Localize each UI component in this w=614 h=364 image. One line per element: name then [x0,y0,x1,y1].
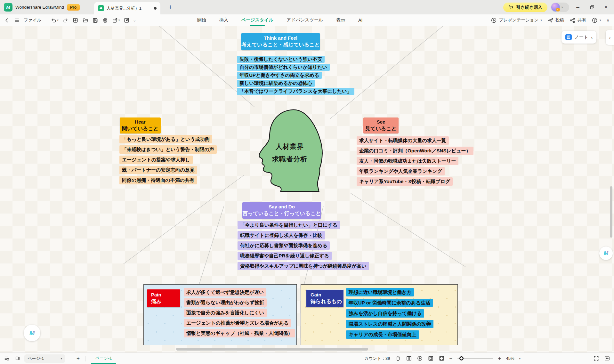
purchase-button[interactable]: 引き続き購入 [503,3,547,12]
empathy-item[interactable]: 「今より良い条件を目指したい」と口にする [238,221,340,229]
page-layout-icon[interactable] [406,355,412,361]
zoom-out-button[interactable]: − [449,355,453,362]
mindmap-canvas[interactable]: 人材業界 求職者分析 Think and Feel 考えていること・感じているこ… [0,26,614,352]
zoom-in-button[interactable]: + [498,355,501,362]
empathy-item[interactable]: 企業の口コミ・評判（OpenWork／SNSレビュー） [357,147,473,155]
post-button[interactable]: 投稿 [547,17,564,23]
empathy-item[interactable]: 「本音ではワークライフバランスを大事にしたい」 [237,88,354,95]
section-pain[interactable]: Pain 痛み [147,289,180,307]
right-panel-toggle[interactable]: ‹ [606,30,614,45]
menu-ai[interactable]: AI [358,14,362,26]
empathy-item[interactable]: エージェントの推薦が希望とズレる場合がある [184,319,291,327]
export-button[interactable]: ▾ [111,17,121,24]
empathy-item[interactable]: エージェントの提案や求人押し [119,156,193,164]
fit-selection-icon[interactable] [428,355,434,361]
empathy-item[interactable]: 同僚の愚痴・待遇面の不満の共有 [119,176,197,184]
section-see[interactable]: See 見ていること [363,117,399,133]
empathy-item[interactable]: 求人サイト・転職媒体の大量の求人一覧 [357,136,449,145]
empathy-item[interactable]: 情報と実態のギャップ（社風・残業・人間関係） [184,329,295,337]
chevron-down-icon: ▾ [600,19,601,22]
empathy-item[interactable]: 理想に近い職場環境と働き方 [346,288,414,296]
document-icon [98,5,104,11]
empathy-item[interactable]: 求人が多くて選べず意思決定が遅い [184,288,266,296]
account-menu[interactable]: ✓ ∨ [551,3,569,12]
window-close-button[interactable]: × [601,0,611,14]
empathy-item[interactable]: 年収UPと働きやすさの両立を求める [237,72,322,79]
print-button[interactable] [101,17,109,24]
empathy-item[interactable]: 面接で自分の強みを言語化しにくい [184,309,267,317]
presentation-play-icon[interactable] [417,355,423,361]
menu-advanced-tools[interactable]: アドバンスツール [287,14,323,26]
empathy-item[interactable]: 書類が通らない理由がわからず挫折 [184,298,267,307]
titlebar-right: 引き続き購入 ✓ ∨ – × [503,0,611,14]
edrawmind-side-logo[interactable]: M [599,247,613,260]
cart-icon [508,4,514,10]
empathy-item[interactable]: 自分の市場価値がどれくらいか知りたい [237,64,330,71]
section-gain[interactable]: Gain 得られるもの [306,289,344,307]
menu-start[interactable]: 開始 [197,14,206,26]
redo-button[interactable] [62,17,69,24]
empathy-item[interactable]: キャリア系YouTube・X投稿・転職ブログ [357,177,453,186]
page-select-dropdown[interactable]: ページ-1 ▾ [24,354,65,363]
collapse-ribbon-icon[interactable]: ∨ [606,18,610,23]
open-file-button[interactable] [82,17,89,24]
empathy-item[interactable]: 「未経験はきつい」という警告・制限の声 [119,145,217,154]
slideshow-view-icon[interactable] [14,355,20,361]
back-button[interactable] [3,17,11,24]
document-tab[interactable]: 人材業界...分析）1 [94,2,160,14]
new-tab-button[interactable]: + [166,3,174,11]
empathy-item[interactable]: 年収ランキングや人気企業ランキング [357,167,445,175]
vertical-scrollbar[interactable] [610,186,612,238]
fit-page-icon[interactable] [439,355,445,361]
section-hear[interactable]: Hear 聞いていること [120,117,161,133]
central-topic[interactable]: 人材業界 求職者分析 [263,142,316,164]
empathy-item[interactable]: 強みを活かし自信を持って働ける [346,309,424,318]
help-button[interactable]: ▾ [592,17,601,23]
empathy-item[interactable]: 職場ストレスの軽減と人間関係の改善 [346,320,433,328]
file-menu[interactable]: ファイル [24,17,41,23]
share-button[interactable]: 共有 [570,17,586,23]
mouse-mode-icon[interactable] [395,355,401,361]
main-menu-icon[interactable] [13,17,20,24]
import-button[interactable] [123,17,130,24]
horizontal-scrollbar[interactable] [176,348,368,351]
empathy-item[interactable]: 何社かに応募し書類や面接準備を進める [238,241,330,250]
new-document-button[interactable] [72,17,79,24]
section-say-and-do[interactable]: Say and Do 言っていること・行っていること [242,202,321,219]
empathy-item[interactable]: 「もっと良い環境がある」という成功例 [119,135,212,143]
zoom-slider-knob[interactable] [459,356,464,360]
empathy-item[interactable]: キャリアの成長・市場価値向上 [346,330,419,339]
page-tab[interactable]: ページ-1 [91,353,116,364]
collapse-toolbar-icon[interactable]: ⌄ [133,18,136,22]
window-minimize-button[interactable]: – [572,0,583,14]
zoom-slider[interactable] [457,356,493,361]
empathy-item[interactable]: 転職サイトに登録し求人を保存・比較 [238,231,325,239]
empathy-item[interactable]: 新しい環境に馴染めるかの恐怖心 [237,80,315,87]
undo-button[interactable]: ▾ [50,17,59,24]
section-think-and-feel[interactable]: Think and Feel 考えていること・感じていること [241,33,320,50]
note-panel-button[interactable]: ノート ‹ [561,31,596,44]
empathy-item[interactable]: 年収UP or 労働時間に余裕のある生活 [346,299,433,307]
add-page-button[interactable]: + [77,355,80,362]
edrawmind-watermark-logo[interactable]: M [24,325,40,341]
empathy-item[interactable]: 失敗・後悔したくないという強い不安 [237,56,325,63]
menu-page-style[interactable]: ページスタイル [241,14,273,26]
statusbar-right: カウント：39 − + 45% ▾ [364,353,610,364]
chevron-down-icon: ▾ [57,19,59,22]
chevron-down-icon: ∨ [561,6,563,9]
window-maximize-button[interactable] [586,0,597,14]
outline-view-icon[interactable] [4,355,10,361]
menu-view[interactable]: 表示 [336,14,345,26]
empathy-item[interactable]: 友人・同僚の転職成功または失敗ストーリー [357,157,458,165]
empathy-item[interactable]: 職務経歴書や自己PRを繰り返し修正する [238,252,332,260]
fit-width-icon[interactable] [604,355,610,361]
gain-zone[interactable]: Gain 得られるもの 理想に近い職場環境と働き方 年収UP or 労働時間に余… [301,284,458,345]
empathy-item[interactable]: 資格取得やスキルアップに興味を持つが継続難易度が高い [238,262,369,270]
empathy-item[interactable]: 親・パートナーの安定志向の意見 [119,166,197,174]
zoom-level[interactable]: 45% [506,356,514,361]
fullscreen-icon[interactable] [593,355,599,361]
pain-zone[interactable]: Pain 痛み 求人が多くて選べず意思決定が遅い 書類が通らない理由がわからず挫… [143,284,297,345]
presentation-button[interactable]: プレゼンテーション ▾ [491,17,542,23]
menu-insert[interactable]: 挿入 [219,14,228,26]
save-button[interactable] [92,17,99,24]
